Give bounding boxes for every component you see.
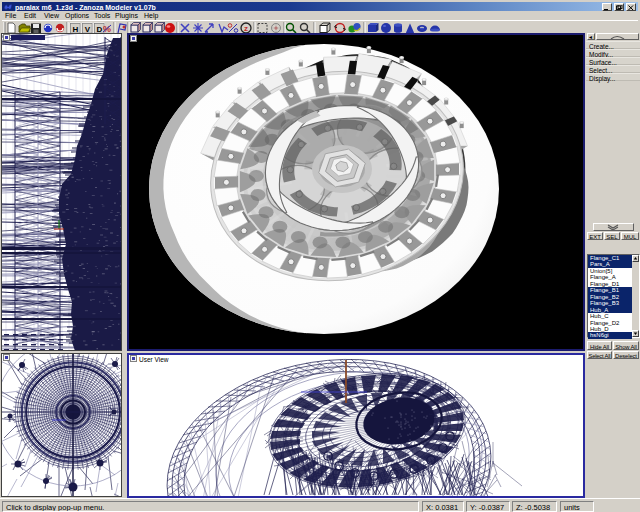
svg-text:z: z	[244, 24, 248, 33]
